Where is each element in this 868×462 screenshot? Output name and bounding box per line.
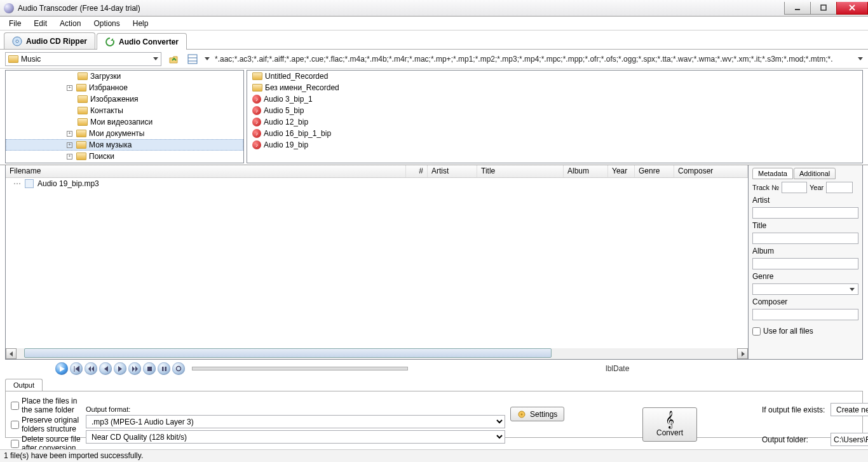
- svg-point-12: [177, 367, 181, 371]
- col-composer[interactable]: Composer: [674, 165, 748, 177]
- checkbox-use-all[interactable]: [752, 327, 761, 336]
- view-dropdown-icon[interactable]: [205, 57, 210, 60]
- title-bar: Audio Transcoder (Free 14-day trial): [0, 0, 868, 17]
- menu-edit[interactable]: Edit: [27, 18, 53, 29]
- col-album[interactable]: Album: [564, 165, 608, 177]
- forward-button[interactable]: [128, 362, 141, 375]
- menu-help[interactable]: Help: [126, 18, 155, 29]
- tab-metadata[interactable]: Metadata: [752, 168, 793, 179]
- input-trackno[interactable]: [782, 182, 807, 193]
- checkbox-delete-source[interactable]: [11, 440, 19, 448]
- skip-back-button[interactable]: [70, 362, 83, 375]
- checkbox-preserve[interactable]: [11, 421, 19, 429]
- horizontal-scrollbar[interactable]: [6, 348, 748, 359]
- svg-rect-9: [147, 367, 152, 371]
- queue-list[interactable]: ⋯Audio 19_bip.mp3: [6, 178, 748, 348]
- tree-item[interactable]: +Избранное: [6, 82, 243, 93]
- input-genre[interactable]: [752, 283, 858, 295]
- select-if-exists[interactable]: Create new file: [831, 403, 868, 416]
- label-output-folder: Output folder:: [762, 435, 825, 444]
- seek-bar[interactable]: [192, 367, 408, 370]
- checkbox-same-folder[interactable]: [11, 402, 19, 410]
- tab-output[interactable]: Output: [5, 379, 43, 391]
- convert-label: Convert: [656, 428, 683, 437]
- folder-icon: [78, 107, 88, 114]
- tree-item[interactable]: Изображения: [6, 93, 243, 105]
- expander-icon[interactable]: +: [67, 85, 72, 91]
- stop-button[interactable]: [143, 362, 156, 375]
- tree-item[interactable]: Контакты: [6, 105, 243, 116]
- scroll-left-button[interactable]: [6, 348, 17, 359]
- input-album[interactable]: [752, 258, 858, 269]
- input-year[interactable]: [826, 182, 853, 193]
- file-item[interactable]: ♪Audio 3_bip_1: [247, 93, 862, 105]
- file-item[interactable]: ♪Audio 5_bip: [247, 105, 862, 116]
- file-item[interactable]: ♪Audio 16_bip_1_bip: [247, 128, 862, 139]
- tree-item[interactable]: +Мои документы: [6, 128, 243, 139]
- menu-options[interactable]: Options: [87, 18, 126, 29]
- col-filename[interactable]: Filename: [6, 165, 406, 177]
- scroll-track[interactable]: [17, 348, 737, 359]
- scroll-right-button[interactable]: [737, 348, 748, 359]
- minimize-button[interactable]: [784, 2, 811, 15]
- tab-audio-converter[interactable]: Audio Converter: [97, 33, 187, 50]
- svg-rect-10: [162, 367, 164, 371]
- file-item[interactable]: ♪Audio 19_bip: [247, 139, 862, 151]
- file-item[interactable]: ♪Audio 12_bip: [247, 116, 862, 128]
- file-item-label: Audio 12_bip: [264, 118, 308, 126]
- rewind-button[interactable]: [85, 362, 97, 375]
- convert-button[interactable]: 𝄞 Convert: [642, 407, 697, 442]
- filter-dropdown-icon[interactable]: [858, 57, 863, 60]
- col-title[interactable]: Title: [477, 165, 564, 177]
- input-output-folder[interactable]: [831, 433, 868, 446]
- expander-icon[interactable]: +: [67, 131, 72, 137]
- folder-icon: [76, 130, 86, 137]
- col-artist[interactable]: Artist: [428, 165, 477, 177]
- close-button[interactable]: [836, 2, 868, 15]
- prev-button[interactable]: [99, 362, 112, 375]
- file-item[interactable]: Untitled_Recorded: [247, 71, 862, 82]
- tree-item[interactable]: +Моя музыка: [6, 139, 243, 151]
- select-output-quality[interactable]: Near CD Quality (128 kbit/s): [86, 430, 505, 444]
- file-list[interactable]: Untitled_RecordedБез имени_Recorded♪Audi…: [247, 70, 863, 163]
- view-mode-button[interactable]: [186, 52, 200, 66]
- scroll-thumb[interactable]: [24, 348, 552, 358]
- menu-file[interactable]: File: [3, 18, 27, 29]
- chevron-down-icon[interactable]: [153, 57, 158, 60]
- tree-item[interactable]: +Поиски: [6, 151, 243, 162]
- input-composer[interactable]: [752, 309, 858, 320]
- folder-icon: [252, 72, 262, 80]
- tree-item[interactable]: Загрузки: [6, 71, 243, 82]
- loop-button[interactable]: [172, 362, 185, 375]
- label-year: Year: [810, 184, 824, 191]
- queue-row[interactable]: ⋯Audio 19_bip.mp3: [6, 178, 748, 189]
- folder-tree[interactable]: Загрузки+ИзбранноеИзображенияКонтактыМои…: [5, 70, 244, 163]
- maximize-button[interactable]: [810, 2, 837, 15]
- path-bar: Music *.aac;*.ac3;*.aif;*.aiff;*.ape;*.c…: [0, 50, 868, 69]
- refresh-icon: [105, 37, 115, 47]
- expand-icon[interactable]: ⋯: [13, 179, 21, 188]
- input-title[interactable]: [752, 233, 858, 244]
- audio-icon: ♪: [252, 129, 261, 138]
- tab-audio-converter-label: Audio Converter: [119, 37, 179, 46]
- genre-dropdown-icon[interactable]: [850, 288, 855, 291]
- col-year[interactable]: Year: [608, 165, 635, 177]
- tab-cd-ripper[interactable]: Audio CD Ripper: [4, 32, 95, 49]
- col-genre[interactable]: Genre: [635, 165, 674, 177]
- up-folder-button[interactable]: [166, 52, 180, 66]
- col-number[interactable]: #: [406, 165, 428, 177]
- tab-additional[interactable]: Additional: [794, 168, 836, 179]
- next-button[interactable]: [114, 362, 126, 375]
- file-item[interactable]: Без имени_Recorded: [247, 82, 862, 93]
- menu-action[interactable]: Action: [53, 18, 87, 29]
- settings-button[interactable]: Settings: [510, 407, 564, 421]
- expander-icon[interactable]: +: [67, 154, 72, 160]
- select-output-format[interactable]: .mp3 (MPEG-1 Audio Layer 3): [86, 415, 505, 428]
- play-button[interactable]: [55, 362, 68, 375]
- expander-icon[interactable]: +: [67, 142, 72, 148]
- pause-button[interactable]: [158, 362, 170, 375]
- tree-item[interactable]: Мои видеозаписи: [6, 116, 243, 128]
- menu-bar: File Edit Action Options Help: [0, 17, 868, 31]
- folder-path-box[interactable]: Music: [5, 52, 161, 66]
- input-artist[interactable]: [752, 207, 858, 219]
